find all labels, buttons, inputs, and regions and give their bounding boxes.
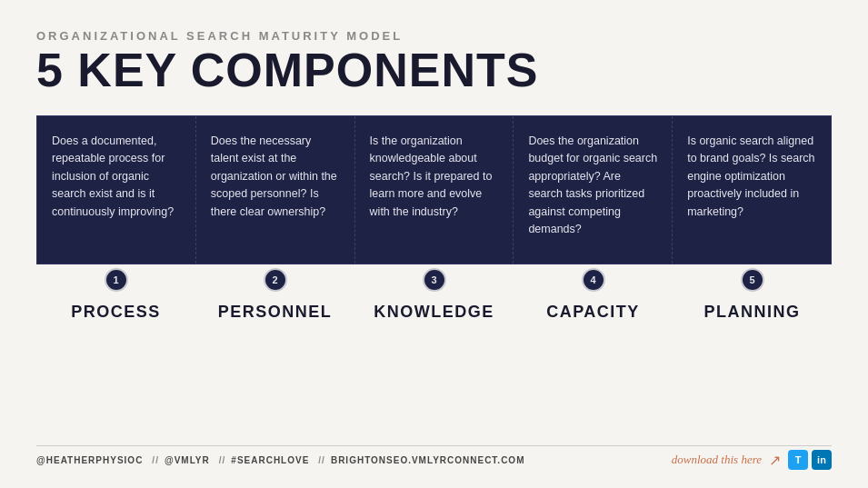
component-card-4: Does the organization budget for organic…: [514, 116, 673, 264]
footer: @HEATHERPHYSIOC // @VMLYR // #SEARCHLOVE…: [36, 445, 832, 470]
component-label-4: CAPACITY: [546, 303, 640, 322]
footer-links: @HEATHERPHYSIOC // @VMLYR // #SEARCHLOVE…: [36, 455, 528, 465]
cards-row: Does a documented, repeatable process fo…: [36, 115, 832, 264]
badge-number-3: 3: [423, 268, 446, 292]
card-question-2: Does the necessary talent exist at the o…: [211, 133, 340, 221]
badge-cell-5: 5: [673, 264, 832, 297]
badge-cell-1: 1: [36, 264, 195, 297]
card-question-3: Is the organization knowledgeable about …: [370, 133, 499, 221]
component-label-5: PLANNING: [704, 303, 801, 322]
badge-number-1: 1: [105, 268, 128, 292]
download-arrow-icon: ↗: [769, 452, 781, 469]
header-subtitle: ORGANIZATIONAL SEARCH MATURITY MODEL: [36, 29, 832, 43]
component-label-1: PROCESS: [71, 303, 161, 322]
footer-link-5: //: [318, 455, 325, 465]
social-icons: T in: [788, 450, 832, 470]
twitter-icon[interactable]: T: [788, 450, 808, 470]
card-question-5: Is organic search aligned to brand goals…: [687, 133, 816, 221]
header-title: 5 KEY COMPONENTS: [36, 46, 832, 94]
linkedin-icon[interactable]: in: [812, 450, 832, 470]
badge-cell-2: 2: [195, 264, 354, 297]
badge-row: 12345: [36, 264, 832, 297]
badge-number-4: 4: [582, 268, 605, 292]
labels-row: PROCESSPERSONNELKNOWLEDGECAPACITYPLANNIN…: [36, 299, 832, 325]
card-question-1: Does a documented, repeatable process fo…: [52, 133, 181, 221]
download-text: download this here: [672, 453, 762, 467]
card-question-4: Does the organization budget for organic…: [528, 133, 657, 238]
component-card-5: Is organic search aligned to brand goals…: [673, 116, 831, 264]
footer-link-0[interactable]: @HEATHERPHYSIOC: [36, 455, 143, 465]
label-cell-3: KNOWLEDGE: [354, 299, 514, 325]
label-cell-1: PROCESS: [36, 299, 195, 325]
footer-link-1: //: [152, 455, 159, 465]
component-card-3: Is the organization knowledgeable about …: [355, 116, 514, 264]
footer-link-2[interactable]: @VMLYR: [165, 455, 210, 465]
badge-cell-4: 4: [514, 264, 673, 297]
footer-right: download this here ↗ T in: [672, 450, 832, 470]
component-label-3: KNOWLEDGE: [374, 303, 494, 322]
header: ORGANIZATIONAL SEARCH MATURITY MODEL 5 K…: [36, 29, 832, 94]
badge-cell-3: 3: [354, 264, 514, 297]
component-card-2: Does the necessary talent exist at the o…: [196, 116, 355, 264]
footer-link-3: //: [219, 455, 226, 465]
badge-number-5: 5: [741, 268, 764, 292]
footer-link-4[interactable]: #SEARCHLOVE: [231, 455, 309, 465]
component-label-2: PERSONNEL: [218, 303, 333, 322]
footer-link-6[interactable]: BRIGHTONSEO.VMLYRCONNECT.COM: [331, 455, 525, 465]
label-cell-5: PLANNING: [673, 299, 832, 325]
badge-number-2: 2: [264, 268, 287, 292]
page-wrapper: ORGANIZATIONAL SEARCH MATURITY MODEL 5 K…: [0, 0, 868, 488]
label-cell-2: PERSONNEL: [195, 299, 354, 325]
components-section: Does a documented, repeatable process fo…: [36, 115, 832, 436]
label-cell-4: CAPACITY: [514, 299, 673, 325]
component-card-1: Does a documented, repeatable process fo…: [37, 116, 196, 264]
